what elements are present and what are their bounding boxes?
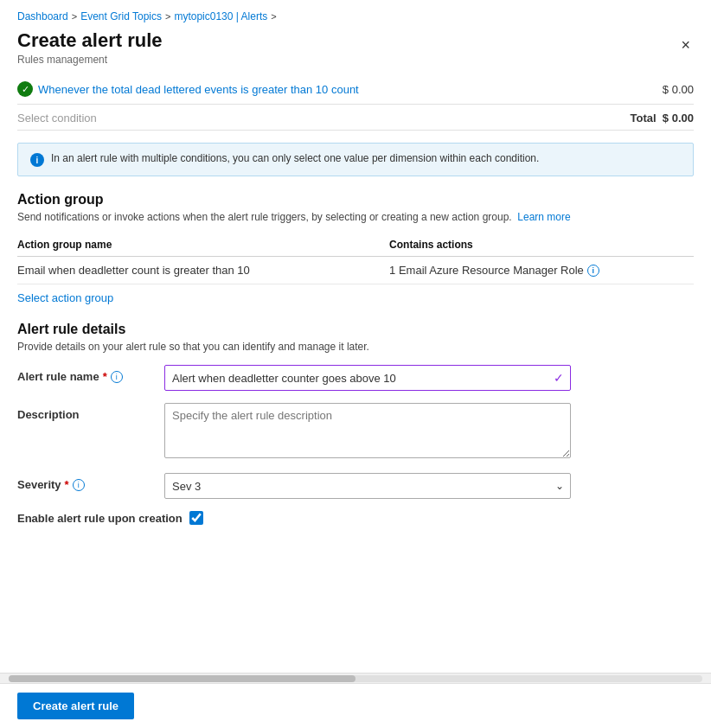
col-header-name: Action group name <box>17 233 389 257</box>
enable-alert-label: Enable alert rule upon creation <box>17 512 183 525</box>
description-label: Description <box>17 403 156 421</box>
scrollbar-thumb[interactable] <box>9 675 356 682</box>
info-banner-text: In an alert rule with multiple condition… <box>51 152 539 164</box>
alert-rule-name-label: Alert rule name * i <box>17 365 156 383</box>
panel-header: Create alert rule Rules management × <box>0 26 711 74</box>
select-condition-row: Select condition Total $ 0.00 <box>17 105 694 131</box>
action-group-title: Action group <box>17 192 694 208</box>
action-info-icon[interactable]: i <box>587 265 599 277</box>
severity-required: * <box>65 478 69 491</box>
main-content: ✓ Whenever the total dead lettered event… <box>0 74 711 673</box>
action-group-desc: Send notifications or invoke actions whe… <box>17 211 694 223</box>
condition-row: ✓ Whenever the total dead lettered event… <box>17 74 694 105</box>
action-group-section: Action group Send notifications or invok… <box>17 192 694 304</box>
breadcrumb-sep-2: > <box>165 11 170 22</box>
required-indicator: * <box>103 370 107 383</box>
breadcrumb-dashboard[interactable]: Dashboard <box>17 10 68 22</box>
severity-info-icon[interactable]: i <box>73 479 85 491</box>
breadcrumb-event-grid[interactable]: Event Grid Topics <box>80 10 162 22</box>
enable-alert-row: Enable alert rule upon creation <box>17 511 694 525</box>
alert-rule-name-input-wrapper: Alert when deadletter counter goes above… <box>164 365 571 391</box>
severity-label: Severity * i <box>17 473 156 491</box>
condition-text: Whenever the total dead lettered events … <box>38 83 359 96</box>
alert-rule-details-title: Alert rule details <box>17 322 694 337</box>
alert-rule-details-section: Alert rule details Provide details on yo… <box>17 322 694 525</box>
check-icon: ✓ <box>17 81 33 97</box>
breadcrumb-sep-3: > <box>271 11 276 22</box>
enable-alert-checkbox[interactable] <box>189 511 203 525</box>
panel-subtitle: Rules management <box>17 54 163 66</box>
name-info-icon[interactable]: i <box>111 371 123 383</box>
description-textarea-wrapper <box>164 403 571 461</box>
input-checkmark-icon: ✓ <box>554 371 564 385</box>
severity-row: Severity * i Sev 0 Sev 1 Sev 2 Sev 3 Sev… <box>17 473 694 499</box>
close-button[interactable]: × <box>677 33 694 58</box>
breadcrumb: Dashboard > Event Grid Topics > mytopic0… <box>0 0 711 26</box>
footer: Create alert rule <box>0 683 711 728</box>
action-group-actions: 1 Email Azure Resource Manager Role i <box>389 257 694 284</box>
scrollbar-track <box>9 675 702 682</box>
alert-rule-name-input[interactable]: Alert when deadletter counter goes above… <box>164 365 571 391</box>
select-condition-placeholder[interactable]: Select condition <box>17 112 97 125</box>
condition-total: Total $ 0.00 <box>631 112 694 125</box>
create-alert-rule-button[interactable]: Create alert rule <box>17 693 134 719</box>
alert-rule-name-row: Alert rule name * i Alert when deadlette… <box>17 365 694 391</box>
page-title: Create alert rule <box>17 29 163 52</box>
learn-more-link[interactable]: Learn more <box>517 211 570 223</box>
table-row: Email when deadletter count is greater t… <box>17 257 694 284</box>
breadcrumb-sep-1: > <box>72 11 77 22</box>
condition-cost: $ 0.00 <box>663 83 694 96</box>
alert-rule-details-desc: Provide details on your alert rule so th… <box>17 341 694 353</box>
breadcrumb-mytopic[interactable]: mytopic0130 | Alerts <box>174 10 267 22</box>
col-header-actions: Contains actions <box>389 233 694 257</box>
condition-link[interactable]: ✓ Whenever the total dead lettered event… <box>17 81 359 97</box>
info-icon: i <box>30 153 44 167</box>
description-row: Description <box>17 403 694 461</box>
action-group-table: Action group name Contains actions Email… <box>17 233 694 284</box>
action-group-name: Email when deadletter count is greater t… <box>17 257 389 284</box>
severity-select[interactable]: Sev 0 Sev 1 Sev 2 Sev 3 Sev 4 <box>164 473 571 499</box>
description-textarea[interactable] <box>164 403 571 458</box>
info-banner: i In an alert rule with multiple conditi… <box>17 143 694 176</box>
select-action-group-link[interactable]: Select action group <box>17 291 113 304</box>
severity-select-wrapper: Sev 0 Sev 1 Sev 2 Sev 3 Sev 4 ⌄ <box>164 473 571 499</box>
horizontal-scrollbar[interactable] <box>0 673 711 683</box>
